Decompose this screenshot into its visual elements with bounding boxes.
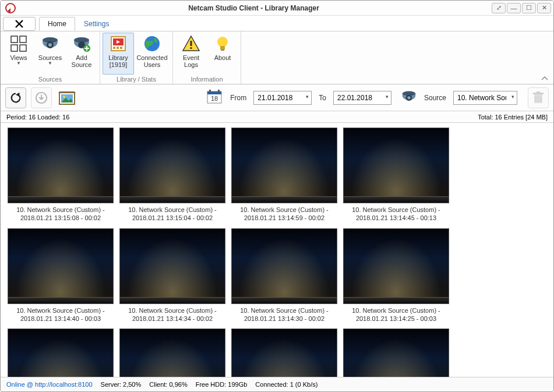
- thumbnail-item[interactable]: 10. Network Source (Custom) -2018.01.21 …: [119, 329, 225, 377]
- svg-rect-2: [20, 36, 26, 43]
- svg-rect-40: [537, 91, 540, 93]
- window-maximize-button[interactable]: ☐: [522, 3, 536, 13]
- connected-count: Connected: 1 (0 Kb/s): [255, 381, 317, 388]
- thumbnail-caption-line1: 10. Network Source (Custom) -: [343, 306, 449, 315]
- from-date-input[interactable]: [253, 91, 312, 105]
- thumbnail-image[interactable]: [343, 228, 449, 304]
- thumbnail-caption: 10. Network Source (Custom) -2018.01.21 …: [119, 206, 225, 223]
- svg-rect-1: [11, 36, 17, 43]
- thumbnail-caption-line2: 2018.01.21 13:14:59 - 00:02: [231, 214, 337, 222]
- ribbon-group-sources: Views ▼ Sources ▼ Add Source Sources: [1, 31, 100, 84]
- svg-point-7: [48, 43, 52, 47]
- footer-status-bar: Online @ http://localhost:8100 Server: 2…: [1, 377, 553, 391]
- thumbnail-item[interactable]: 10. Network Source (Custom) -2018.01.21 …: [343, 329, 449, 377]
- add-source-button[interactable]: Add Source: [66, 33, 97, 75]
- thumbnail-caption-line2: 2018.01.21 13:15:04 - 00:02: [119, 214, 225, 222]
- source-select[interactable]: [453, 91, 517, 105]
- svg-rect-22: [220, 46, 225, 50]
- thumbnail-image[interactable]: [119, 128, 225, 203]
- sources-button[interactable]: Sources ▼: [34, 33, 66, 75]
- from-label: From: [230, 94, 246, 102]
- svg-text:18: 18: [211, 95, 218, 102]
- total-entries-label: Total: 16 Entries [24 MB]: [478, 114, 548, 121]
- thumbnail-caption: 10. Network Source (Custom) -2018.01.21 …: [8, 306, 114, 323]
- svg-rect-20: [190, 47, 192, 49]
- titlebar: Netcam Studio Client - Library Manager ⤢…: [1, 1, 553, 16]
- thumbnail-gallery[interactable]: 10. Network Source (Custom) -2018.01.21 …: [1, 123, 553, 377]
- thumbnail-item[interactable]: 10. Network Source (Custom) -2018.01.21 …: [8, 128, 114, 223]
- app-close-button[interactable]: [3, 17, 36, 31]
- svg-rect-14: [113, 47, 115, 49]
- free-hdd: Free HDD: 199Gb: [196, 381, 248, 388]
- globe-icon: [143, 34, 161, 53]
- about-label: About: [214, 54, 231, 61]
- event-logs-label: Event Logs: [177, 54, 205, 68]
- about-button[interactable]: About: [207, 33, 238, 75]
- dropdown-icon: ▼: [16, 61, 21, 66]
- delete-button[interactable]: [528, 87, 549, 108]
- svg-rect-33: [218, 90, 220, 93]
- ribbon-collapse-button[interactable]: [539, 75, 550, 83]
- thumbnail-image[interactable]: [231, 128, 337, 203]
- to-label: To: [319, 94, 326, 102]
- thumbnail-image[interactable]: [343, 128, 449, 203]
- app-logo-icon: [5, 3, 16, 13]
- library-toolbar: 18 From To Source: [1, 84, 553, 111]
- svg-rect-15: [117, 47, 119, 49]
- ribbon-group-information-label: Information: [173, 76, 241, 84]
- thumbnail-image[interactable]: [231, 228, 337, 304]
- to-date-input[interactable]: [333, 91, 391, 105]
- thumbnail-image[interactable]: [343, 329, 449, 377]
- thumbnail-item[interactable]: 10. Network Source (Custom) -2018.01.21 …: [8, 329, 114, 377]
- window-minimize-button[interactable]: —: [507, 3, 521, 13]
- thumbnail-caption-line1: 10. Network Source (Custom) -: [119, 306, 225, 315]
- thumbnail-item[interactable]: 10. Network Source (Custom) -2018.01.21 …: [231, 128, 337, 223]
- thumbnail-caption-line1: 10. Network Source (Custom) -: [343, 206, 449, 214]
- event-logs-button[interactable]: Event Logs: [175, 33, 207, 75]
- thumbnail-caption: 10. Network Source (Custom) -2018.01.21 …: [343, 306, 449, 323]
- tab-settings[interactable]: Settings: [75, 17, 118, 31]
- window-title: Netcam Studio Client - Library Manager: [16, 4, 492, 12]
- thumbnail-caption: 10. Network Source (Custom) -2018.01.21 …: [343, 206, 449, 223]
- thumbnail-item[interactable]: 10. Network Source (Custom) -2018.01.21 …: [231, 228, 337, 323]
- thumbnail-caption-line2: 2018.01.21 13:14:25 - 00:03: [343, 315, 449, 323]
- window-restore-button[interactable]: ⤢: [492, 3, 506, 13]
- thumbnail-image[interactable]: [119, 228, 225, 304]
- refresh-button[interactable]: [5, 87, 26, 108]
- window-close-button[interactable]: ✕: [537, 3, 551, 13]
- library-status-bar: Period: 16 Loaded: 16 Total: 16 Entries …: [1, 111, 553, 123]
- library-button[interactable]: Library [1919]: [103, 33, 134, 75]
- connected-users-button[interactable]: Connected Users: [134, 33, 170, 75]
- thumbnail-item[interactable]: 10. Network Source (Custom) -2018.01.21 …: [119, 228, 225, 323]
- download-button[interactable]: [31, 87, 52, 108]
- svg-point-37: [407, 96, 410, 99]
- thumbnail-item[interactable]: 10. Network Source (Custom) -2018.01.21 …: [231, 329, 337, 377]
- svg-rect-3: [11, 45, 17, 51]
- thumbnail-item[interactable]: 10. Network Source (Custom) -2018.01.21 …: [8, 228, 114, 323]
- window-controls: ⤢ — ☐ ✕: [492, 3, 551, 13]
- thumbnail-image[interactable]: [231, 329, 337, 377]
- ribbon: Views ▼ Sources ▼ Add Source Sources: [1, 31, 553, 84]
- picture-button[interactable]: [57, 87, 77, 108]
- thumbnail-caption: 10. Network Source (Custom) -2018.01.21 …: [119, 306, 225, 323]
- views-button[interactable]: Views ▼: [3, 33, 34, 75]
- thumbnail-image[interactable]: [8, 228, 114, 304]
- thumbnail-caption-line2: 2018.01.21 13:14:34 - 00:02: [119, 315, 225, 323]
- online-status[interactable]: Online @ http://localhost:8100: [6, 381, 93, 388]
- thumbnail-item[interactable]: 10. Network Source (Custom) -2018.01.21 …: [119, 128, 225, 223]
- dropdown-icon: ▼: [48, 61, 52, 66]
- warning-icon: [182, 34, 200, 53]
- thumbnail-caption-line1: 10. Network Source (Custom) -: [8, 306, 114, 315]
- thumbnail-image[interactable]: [8, 128, 114, 203]
- thumbnail-image[interactable]: [119, 329, 225, 377]
- server-usage: Server: 2,50%: [101, 381, 142, 388]
- connected-users-label: Connected Users: [136, 54, 168, 68]
- thumbnail-image[interactable]: [8, 329, 114, 377]
- tab-home[interactable]: Home: [39, 17, 75, 31]
- ribbon-group-library-label: Library / Stats: [100, 76, 172, 84]
- svg-marker-24: [16, 92, 19, 96]
- calendar-icon[interactable]: 18: [206, 88, 223, 108]
- thumbnail-item[interactable]: 10. Network Source (Custom) -2018.01.21 …: [343, 128, 449, 223]
- camera-plus-icon: [72, 34, 91, 53]
- thumbnail-item[interactable]: 10. Network Source (Custom) -2018.01.21 …: [343, 228, 449, 323]
